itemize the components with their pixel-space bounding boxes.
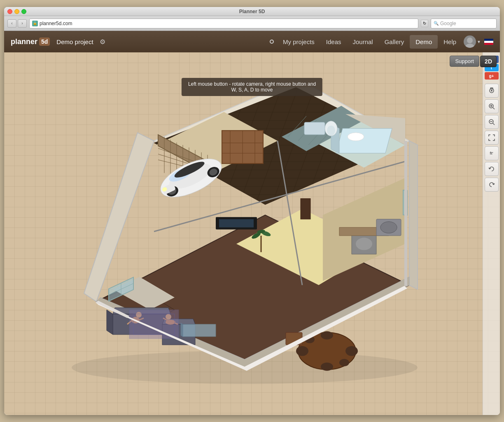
fullscreen-tool[interactable] bbox=[485, 131, 499, 145]
svg-marker-78 bbox=[181, 323, 183, 337]
nav-items: My projects Ideas Journal Gallery Demo H… bbox=[277, 35, 462, 49]
svg-rect-59 bbox=[219, 219, 254, 227]
back-button[interactable]: ‹ bbox=[7, 19, 16, 28]
browser-toolbar: ‹ › 🔒 planner5d.com ↻ 🔍 Google bbox=[4, 16, 500, 31]
svg-line-113 bbox=[493, 123, 495, 125]
svg-marker-7 bbox=[409, 141, 418, 289]
nav-buttons: ‹ › bbox=[7, 19, 27, 28]
svg-marker-77 bbox=[183, 324, 216, 337]
svg-line-109 bbox=[493, 108, 495, 109]
nav-item-help[interactable]: Help bbox=[438, 35, 462, 49]
floor-plan-container[interactable] bbox=[59, 87, 430, 392]
undo-tool[interactable] bbox=[485, 162, 499, 176]
search-icon: 🔍 bbox=[434, 21, 439, 26]
browser-titlebar: Planner 5D bbox=[4, 7, 500, 16]
gplus-share-button[interactable]: g+ bbox=[485, 72, 499, 80]
address-bar[interactable]: 🔒 planner5d.com bbox=[29, 19, 418, 28]
svg-point-51 bbox=[348, 133, 364, 141]
svg-point-87 bbox=[339, 359, 349, 366]
svg-rect-97 bbox=[301, 199, 310, 219]
browser-window: Planner 5D ‹ › 🔒 planner5d.com ↻ 🔍 Googl… bbox=[4, 7, 500, 415]
search-placeholder: Google bbox=[440, 21, 456, 26]
nav-item-gallery[interactable]: Gallery bbox=[379, 35, 410, 49]
svg-marker-6 bbox=[84, 133, 154, 302]
app-logo: planner 5d bbox=[11, 38, 50, 46]
avatar-dropdown-icon: ▼ bbox=[477, 40, 481, 44]
user-avatar[interactable] bbox=[464, 35, 476, 48]
settings-button[interactable]: ⚙ bbox=[97, 36, 108, 47]
app-content: planner 5d Demo project ⚙ My projects Id… bbox=[4, 31, 500, 415]
svg-point-93 bbox=[380, 222, 397, 233]
right-sidebar: f t g+ ft' bbox=[483, 52, 500, 415]
units-label: ft' bbox=[490, 151, 493, 155]
mode-2d-button[interactable]: 2D bbox=[480, 56, 497, 67]
address-text: planner5d.com bbox=[40, 21, 72, 26]
project-name-area: Demo project ⚙ bbox=[56, 36, 108, 47]
tooltip-text: Left mouse button - rotate camera, right… bbox=[188, 81, 316, 93]
app-navbar: planner 5d Demo project ⚙ My projects Id… bbox=[4, 31, 500, 52]
nav-item-journal[interactable]: Journal bbox=[347, 35, 379, 49]
svg-point-96 bbox=[327, 126, 335, 136]
support-button[interactable]: Support bbox=[450, 56, 479, 67]
minimize-button[interactable] bbox=[14, 9, 19, 14]
svg-point-82 bbox=[296, 346, 308, 356]
tooltip-banner: Left mouse button - rotate camera, right… bbox=[182, 78, 322, 96]
svg-point-0 bbox=[467, 38, 473, 43]
svg-point-106 bbox=[491, 90, 492, 91]
svg-point-1 bbox=[465, 44, 474, 48]
nav-dot-separator bbox=[270, 40, 274, 44]
forward-button[interactable]: › bbox=[18, 19, 27, 28]
browser-title: Planner 5D bbox=[239, 9, 265, 14]
units-tool[interactable]: ft' bbox=[485, 146, 499, 160]
language-flag[interactable] bbox=[484, 39, 493, 45]
canvas-area[interactable]: Support 2D Left mouse button - rotate ca… bbox=[4, 52, 500, 415]
floor-plan-svg[interactable] bbox=[59, 87, 430, 392]
zoom-out-tool[interactable] bbox=[485, 115, 499, 129]
logo-accent: 5d bbox=[39, 38, 50, 46]
reload-button[interactable]: ↻ bbox=[421, 20, 428, 27]
svg-marker-65 bbox=[107, 310, 113, 335]
nav-item-ideas[interactable]: Ideas bbox=[320, 35, 347, 49]
maximize-button[interactable] bbox=[21, 9, 26, 14]
redo-tool[interactable] bbox=[485, 178, 499, 192]
nav-item-my-projects[interactable]: My projects bbox=[277, 35, 320, 49]
window-controls bbox=[7, 9, 26, 14]
logo-text: planner bbox=[11, 38, 37, 46]
svg-rect-94 bbox=[304, 122, 325, 135]
svg-marker-104 bbox=[404, 141, 407, 286]
screenshot-tool[interactable] bbox=[485, 84, 499, 98]
close-button[interactable] bbox=[7, 9, 12, 14]
zoom-in-tool[interactable] bbox=[485, 99, 499, 113]
search-bar[interactable]: 🔍 Google bbox=[431, 19, 497, 28]
svg-point-83 bbox=[345, 346, 358, 356]
svg-point-90 bbox=[356, 238, 372, 250]
secure-icon: 🔒 bbox=[32, 21, 38, 26]
svg-marker-80 bbox=[133, 314, 175, 335]
nav-item-demo[interactable]: Demo bbox=[410, 35, 438, 49]
project-name: Demo project bbox=[56, 38, 93, 45]
svg-point-84 bbox=[321, 331, 333, 340]
svg-marker-49 bbox=[336, 129, 392, 153]
svg-point-85 bbox=[321, 363, 333, 371]
